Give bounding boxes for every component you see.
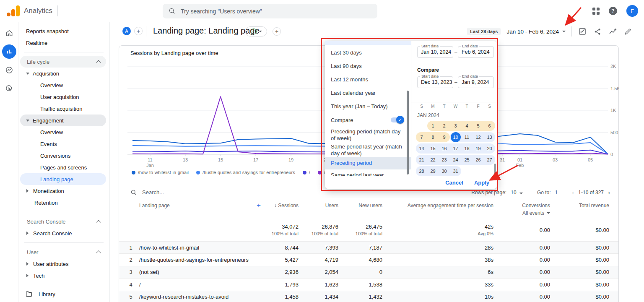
sidebar-item-user[interactable]: User (20, 246, 106, 258)
sidebar-item-user-attributes[interactable]: User attributes (20, 258, 106, 270)
reports-icon[interactable] (2, 44, 16, 59)
calendar-day-22[interactable]: 22 (427, 155, 439, 165)
calendar-day-8[interactable]: 8 (427, 132, 439, 142)
preset-last-12-months[interactable]: Last 12 months (325, 73, 411, 86)
calendar-day-30[interactable]: 30 (439, 166, 450, 176)
sidebar-item-reports-snapshot[interactable]: Reports snapshot (20, 25, 106, 37)
goto-page-input[interactable]: 1 (555, 190, 558, 195)
calendar-day-14[interactable]: 14 (416, 143, 427, 154)
calendar-day-13[interactable]: 13 (484, 132, 495, 142)
calendar-day-31[interactable]: 31 (450, 166, 461, 176)
calendar-day-7[interactable]: 7 (416, 132, 427, 142)
calendar-day-5[interactable]: 5 (473, 121, 484, 131)
compare-toggle[interactable]: ✓ (391, 117, 403, 123)
end-date-field[interactable]: End date Feb 6, 2024 (458, 46, 494, 58)
sidebar-item-user-acquisition[interactable]: User acquisition (20, 91, 106, 103)
sidebar-item-tech[interactable]: Tech (20, 270, 106, 281)
col-landing-page[interactable]: Landing page + (139, 203, 259, 208)
table-search-input[interactable]: Search... (142, 189, 164, 195)
compare-option-1[interactable]: Same period last year (match day of week… (325, 142, 411, 159)
calendar-day-18[interactable]: 18 (461, 143, 473, 154)
help-icon[interactable]: ? (609, 7, 617, 15)
compare-start-date-field[interactable]: Start date Dec 13, 2023 (417, 76, 453, 88)
calendar-day-1[interactable]: 1 (427, 121, 439, 131)
compare-option-0[interactable]: Preceding period (match day of week) (325, 127, 411, 143)
sidebar-item-traffic-acquisition[interactable]: Traffic acquisition (20, 103, 106, 115)
explore-icon[interactable] (2, 63, 16, 77)
global-search-input[interactable]: Try searching "Users overview" (163, 4, 377, 18)
table-row[interactable]: 5/keyword-research-mistakes-to-avoid1,45… (119, 291, 618, 302)
rows-per-page-select[interactable]: 10 (511, 190, 523, 195)
col-new-users[interactable]: New users (343, 203, 387, 208)
sidebar-item-overview[interactable]: Overview (20, 79, 106, 91)
calendar-day-12[interactable]: 12 (473, 132, 484, 142)
sidebar-item-conversions[interactable]: Conversions (20, 150, 106, 161)
calendar-day-29[interactable]: 29 (427, 166, 439, 176)
report-status-pill[interactable]: ✓ (245, 26, 267, 36)
col-avg-engagement[interactable]: Average engagement time per session (387, 203, 498, 208)
calendar-day-3[interactable]: 3 (450, 121, 461, 131)
sidebar-item-search-console[interactable]: Search Console (20, 216, 106, 227)
sidebar-item-monetization[interactable]: Monetization (20, 185, 106, 197)
calendar-scrollbar[interactable] (494, 164, 496, 174)
col-users[interactable]: Users (303, 203, 343, 208)
add-report-tab-button[interactable]: + (273, 27, 281, 36)
home-icon[interactable] (2, 26, 16, 40)
calendar-day-27[interactable]: 27 (484, 155, 495, 165)
apply-button[interactable]: Apply (474, 180, 489, 186)
calendar-day-23[interactable]: 23 (439, 155, 450, 165)
calendar-day-19[interactable]: 19 (473, 143, 484, 154)
insights-icon[interactable] (608, 27, 617, 36)
calendar-day-25[interactable]: 25 (461, 155, 473, 165)
table-row[interactable]: 2/hustle-quotes-and-sayings-for-entrepre… (119, 253, 618, 266)
add-dimension-button[interactable]: + (257, 201, 261, 210)
sidebar-item-library[interactable]: Library (25, 290, 55, 298)
compare-option-3[interactable]: Same period last year (325, 170, 411, 176)
preset-this-year-jan-today-[interactable]: This year (Jan – Today) (325, 100, 411, 113)
calendar-day-6[interactable]: 6 (484, 121, 495, 131)
cancel-button[interactable]: Cancel (445, 180, 463, 186)
share-icon[interactable] (593, 27, 602, 36)
table-row[interactable]: 1/how-to-whitelist-in-gmail8,7447,3937,1… (119, 241, 618, 253)
calendar-day-16[interactable]: 16 (439, 143, 450, 154)
edit-icon[interactable] (623, 27, 632, 36)
all-events-select[interactable]: All events (522, 210, 550, 216)
table-row[interactable]: 3(not set)2,9362,05406s0.00$0.00 (119, 266, 618, 278)
add-comparison-button[interactable]: + (134, 27, 143, 35)
calendar-day-21[interactable]: 21 (416, 155, 427, 165)
preset-list-scrollbar[interactable] (407, 91, 409, 174)
calendar-day-17[interactable]: 17 (450, 143, 461, 154)
compare-option-2[interactable]: Preceding period (325, 157, 411, 169)
table-row[interactable]: 4/1,7931,6231,53833s0.00$0.00 (119, 278, 618, 290)
compare-end-date-field[interactable]: End date Jan 9, 2024 (458, 76, 494, 88)
sidebar-item-pages-and-screens[interactable]: Pages and screens (20, 161, 106, 173)
preset-last-calendar-year[interactable]: Last calendar year (325, 86, 411, 100)
sidebar-item-realtime[interactable]: Realtime (20, 37, 106, 49)
calendar-day-26[interactable]: 26 (473, 155, 484, 165)
customize-report-icon[interactable] (578, 27, 587, 36)
col-total-revenue[interactable]: Total revenue (554, 203, 613, 208)
preset-last-30-days[interactable]: Last 30 days (325, 46, 411, 60)
advertising-icon[interactable] (2, 81, 16, 96)
sidebar-item-acquisition[interactable]: Acquisition (20, 68, 106, 79)
calendar-day-9[interactable]: 9 (439, 132, 450, 142)
avatar[interactable]: F (626, 5, 638, 17)
calendar-day-28[interactable]: 28 (416, 166, 427, 176)
calendar-day-20[interactable]: 20 (484, 143, 495, 154)
prev-page-icon[interactable]: ‹ (572, 189, 574, 196)
sidebar-item-search-console[interactable]: Search Console (20, 227, 106, 239)
next-page-icon[interactable]: › (608, 189, 610, 196)
sidebar-item-retention[interactable]: Retention (20, 197, 106, 208)
calendar-day-11[interactable]: 11 (461, 132, 473, 142)
preset-last-90-days[interactable]: Last 90 days (325, 60, 411, 73)
calendar-day-2[interactable]: 2 (439, 121, 450, 131)
start-date-field[interactable]: Start date Jan 10, 2024 (417, 46, 453, 58)
calendar-day-4[interactable]: 4 (461, 121, 473, 131)
calendar-day-10[interactable]: 10 (450, 132, 461, 142)
sidebar-item-landing-page[interactable]: Landing page (20, 173, 106, 185)
sidebar-item-overview[interactable]: Overview (20, 126, 106, 138)
calendar-day-15[interactable]: 15 (427, 143, 439, 154)
property-badge[interactable]: A (122, 27, 131, 35)
col-conversions[interactable]: Conversions All events (498, 203, 554, 216)
sidebar-item-events[interactable]: Events (20, 138, 106, 150)
